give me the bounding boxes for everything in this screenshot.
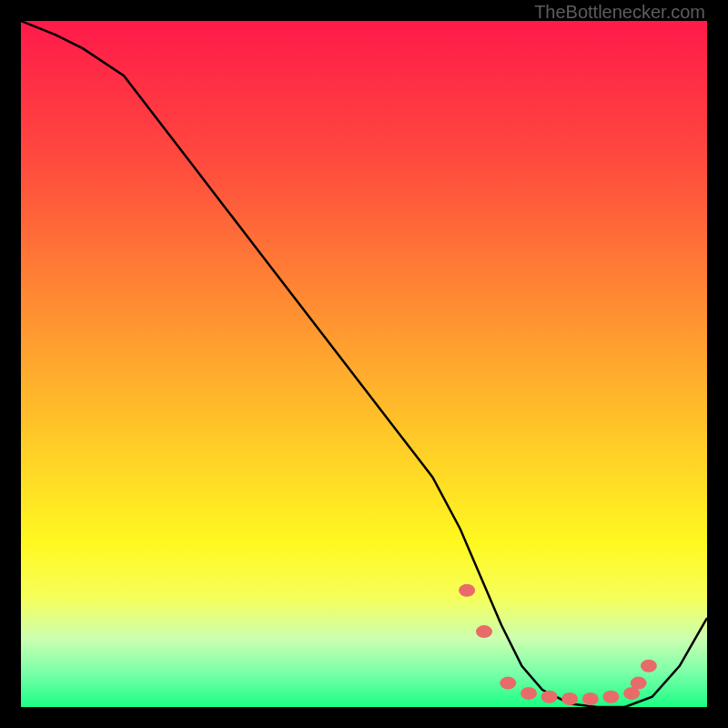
watermark-text: TheBottlenecker.com (534, 2, 705, 23)
svg-rect-0 (21, 21, 707, 707)
gradient-background (21, 21, 707, 707)
chart-area (21, 21, 707, 707)
